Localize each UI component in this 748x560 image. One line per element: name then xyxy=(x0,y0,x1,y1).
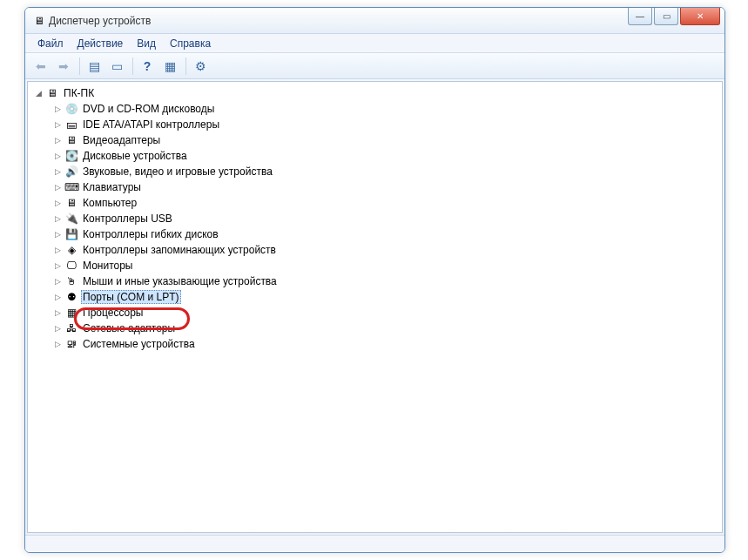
tree-item-label[interactable]: Клавиатуры xyxy=(81,181,143,193)
tree-item-label[interactable]: Сетевые адаптеры xyxy=(81,322,177,334)
tree-item-label[interactable]: Контроллеры USB xyxy=(81,213,174,225)
tree-item[interactable]: ▷🖱Мыши и иные указывающие устройства xyxy=(52,273,720,289)
expand-icon[interactable]: ▷ xyxy=(52,104,63,114)
show-hidden-button[interactable]: ⚙ xyxy=(190,56,211,77)
scan-hardware-button[interactable]: ▦ xyxy=(159,56,180,77)
tree-item[interactable]: ▷🖵Мониторы xyxy=(52,258,720,273)
app-icon: 🖥 xyxy=(32,14,46,28)
tree-item[interactable]: ▷🖥Компьютер xyxy=(52,195,720,211)
computer-icon: 🖥 xyxy=(45,86,59,100)
device-category-icon: ◈ xyxy=(64,243,78,257)
toolbar-separator xyxy=(185,57,186,75)
device-category-icon: 💽 xyxy=(64,149,78,163)
tree-item-label[interactable]: Контроллеры запоминающих устройств xyxy=(81,244,278,256)
device-category-icon: 🖳 xyxy=(64,337,78,351)
window-controls: — ▭ ✕ xyxy=(628,8,724,25)
close-button[interactable]: ✕ xyxy=(680,8,720,25)
expand-icon[interactable]: ▷ xyxy=(52,339,63,349)
tree-item[interactable]: ▷🖴IDE ATA/ATAPI контроллеры xyxy=(52,117,720,132)
tree-item-label[interactable]: Процессоры xyxy=(81,307,145,319)
tree-item[interactable]: ▷💾Контроллеры гибких дисков xyxy=(52,226,720,242)
device-category-icon: 💿 xyxy=(64,102,78,116)
tree-item-label[interactable]: Системные устройства xyxy=(81,338,197,350)
toolbar-separator xyxy=(132,57,133,75)
window-title: Диспетчер устройств xyxy=(49,15,151,27)
device-category-icon: 🔌 xyxy=(64,212,78,226)
titlebar[interactable]: 🖥 Диспетчер устройств — ▭ ✕ xyxy=(25,8,724,34)
expand-icon[interactable]: ▷ xyxy=(52,245,63,255)
expand-icon[interactable]: ▷ xyxy=(52,198,63,208)
back-button[interactable]: ⬅ xyxy=(30,56,51,77)
tree-item-label[interactable]: Дисковые устройства xyxy=(81,150,189,162)
tree-root-label[interactable]: ПК-ПК xyxy=(62,87,96,99)
toolbar: ⬅ ➡ ▤ ▭ ? ▦ ⚙ xyxy=(25,53,724,79)
menu-view[interactable]: Вид xyxy=(130,36,163,51)
properties-button[interactable]: ▭ xyxy=(106,56,127,77)
expand-icon[interactable]: ▷ xyxy=(52,229,63,240)
device-category-icon: 🖧 xyxy=(64,321,78,335)
minimize-button[interactable]: — xyxy=(628,8,652,25)
statusbar xyxy=(25,535,724,552)
device-category-icon: 🖵 xyxy=(64,259,78,273)
device-category-icon: 🖴 xyxy=(64,118,78,132)
device-category-icon: 🖥 xyxy=(64,133,78,147)
tree-item-label[interactable]: Звуковые, видео и игровые устройства xyxy=(81,165,274,178)
tree-item[interactable]: ▷🖧Сетевые адаптеры xyxy=(52,320,720,336)
tree-item[interactable]: ▷🔊Звуковые, видео и игровые устройства xyxy=(52,164,720,179)
tree-item-label[interactable]: DVD и CD-ROM дисководы xyxy=(81,103,216,115)
tree-item-label[interactable]: Компьютер xyxy=(81,197,138,209)
menu-help[interactable]: Справка xyxy=(163,36,218,51)
maximize-button[interactable]: ▭ xyxy=(654,8,678,25)
expand-icon[interactable]: ▷ xyxy=(52,323,63,334)
tree-item[interactable]: ▷⌨Клавиатуры xyxy=(52,179,720,195)
tree-item[interactable]: ▷💿DVD и CD-ROM дисководы xyxy=(52,101,720,117)
expand-icon[interactable]: ▷ xyxy=(52,213,63,224)
tree-item-label[interactable]: Мониторы xyxy=(81,260,134,272)
menu-file[interactable]: Файл xyxy=(30,36,71,51)
device-category-icon: ⚉ xyxy=(64,290,78,304)
device-category-icon: ▦ xyxy=(64,306,78,320)
menu-action[interactable]: Действие xyxy=(71,36,131,51)
tree-item[interactable]: ▷🖳Системные устройства xyxy=(52,336,720,352)
device-category-icon: 🖥 xyxy=(64,196,78,210)
tree-item[interactable]: ▷🖥Видеоадаптеры xyxy=(52,132,720,148)
device-category-icon: ⌨ xyxy=(64,180,78,194)
expand-icon[interactable]: ▷ xyxy=(52,307,63,318)
tree-children: ▷💿DVD и CD-ROM дисководы▷🖴IDE ATA/ATAPI … xyxy=(33,101,720,352)
show-hide-tree-button[interactable]: ▤ xyxy=(84,56,104,77)
device-manager-window: 🖥 Диспетчер устройств — ▭ ✕ Файл Действи… xyxy=(24,7,725,553)
forward-button[interactable]: ➡ xyxy=(53,56,74,77)
tree-item-label[interactable]: Порты (COM и LPT) xyxy=(81,290,181,304)
tree-item[interactable]: ▷▦Процессоры xyxy=(52,305,720,320)
help-button[interactable]: ? xyxy=(137,56,158,77)
menubar: Файл Действие Вид Справка xyxy=(25,34,724,53)
expand-icon[interactable]: ▷ xyxy=(52,292,63,302)
expand-icon[interactable]: ▷ xyxy=(52,135,63,145)
tree-item-label[interactable]: IDE ATA/ATAPI контроллеры xyxy=(81,118,221,131)
expand-icon[interactable]: ▷ xyxy=(52,260,63,271)
expand-icon[interactable]: ▷ xyxy=(52,166,63,177)
tree-item[interactable]: ▷◈Контроллеры запоминающих устройств xyxy=(52,242,720,258)
tree-item-label[interactable]: Контроллеры гибких дисков xyxy=(81,228,220,240)
expand-icon[interactable]: ▷ xyxy=(52,276,63,287)
expand-icon[interactable]: ▷ xyxy=(52,151,63,161)
device-category-icon: 🖱 xyxy=(64,274,78,288)
tree-item[interactable]: ▷⚉Порты (COM и LPT) xyxy=(52,289,720,305)
device-category-icon: 🔊 xyxy=(64,165,78,179)
device-category-icon: 💾 xyxy=(64,227,78,241)
tree-root-node[interactable]: ◢ 🖥 ПК-ПК xyxy=(33,85,720,101)
device-tree-pane[interactable]: ◢ 🖥 ПК-ПК ▷💿DVD и CD-ROM дисководы▷🖴IDE … xyxy=(27,81,723,533)
tree-item[interactable]: ▷🔌Контроллеры USB xyxy=(52,211,720,226)
expand-icon[interactable]: ▷ xyxy=(52,182,63,192)
collapse-icon[interactable]: ◢ xyxy=(33,88,44,98)
tree-item-label[interactable]: Мыши и иные указывающие устройства xyxy=(81,275,279,287)
tree-item[interactable]: ▷💽Дисковые устройства xyxy=(52,148,720,164)
tree-item-label[interactable]: Видеоадаптеры xyxy=(81,134,162,146)
expand-icon[interactable]: ▷ xyxy=(52,119,63,130)
toolbar-separator xyxy=(79,57,80,75)
